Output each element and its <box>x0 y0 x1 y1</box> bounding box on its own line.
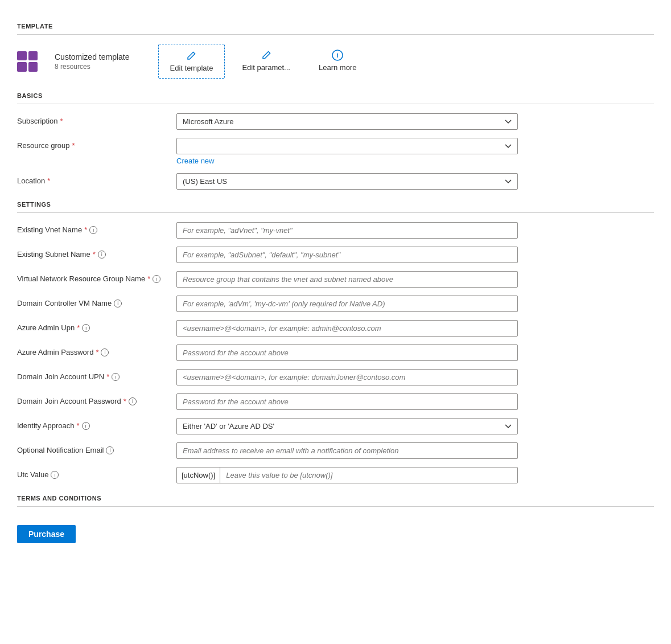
label-vnet_resource_group: Virtual Network Resource Group Name *i <box>17 271 165 283</box>
template-name: Customized template <box>55 52 130 61</box>
control-azure_admin_password <box>176 344 654 361</box>
label-azure_admin_password: Azure Admin Password *i <box>17 344 165 356</box>
resource-group-required: * <box>72 141 75 150</box>
input-existing_subnet_name[interactable] <box>176 247 518 263</box>
control-existing_vnet_name <box>176 222 654 239</box>
location-required: * <box>47 177 50 185</box>
settings-section: SETTINGS Existing Vnet Name *iExisting S… <box>17 201 654 483</box>
settings-row-azure_admin_password: Azure Admin Password *i <box>17 344 654 361</box>
input-azure_admin_password[interactable] <box>176 344 518 361</box>
info-icon-azure_admin_password[interactable]: i <box>101 348 109 356</box>
label-utc_value: Utc Valuei <box>17 467 165 479</box>
terms-section-title: TERMS AND CONDITIONS <box>17 495 654 502</box>
info-icon-utc_value[interactable]: i <box>51 471 59 479</box>
label-existing_vnet_name: Existing Vnet Name *i <box>17 222 165 234</box>
label-notification_email: Optional Notification Emaili <box>17 442 165 454</box>
info-icon-existing_subnet_name[interactable]: i <box>98 251 106 259</box>
settings-row-domain_join_upn: Domain Join Account UPN *i <box>17 369 654 385</box>
control-domain_join_upn <box>176 369 654 385</box>
edit-template-icon <box>186 50 197 61</box>
info-icon-existing_vnet_name[interactable]: i <box>89 226 97 234</box>
label-identity_approach: Identity Approach *i <box>17 418 165 430</box>
required-star-azure_admin_upn: * <box>77 323 80 332</box>
label-domain_join_password: Domain Join Account Password *i <box>17 393 165 405</box>
basics-section-title: BASICS <box>17 92 654 99</box>
subscription-label: Subscription * <box>17 113 165 125</box>
settings-row-notification_email: Optional Notification Emaili <box>17 442 654 459</box>
settings-row-identity_approach: Identity Approach *iEither 'AD' or 'Azur… <box>17 418 654 434</box>
label-dc_vm_name: Domain Controller VM Namei <box>17 296 165 307</box>
location-control: (US) East US <box>176 173 654 190</box>
subscription-row: Subscription * Microsoft Azure <box>17 113 654 130</box>
input-prefix-wrap-utc_value: [utcNow()] <box>176 467 518 483</box>
settings-row-vnet_resource_group: Virtual Network Resource Group Name *i <box>17 271 654 288</box>
prefix-utc_value: [utcNow()] <box>177 467 220 483</box>
info-icon-dc_vm_name[interactable]: i <box>114 300 122 307</box>
template-actions: Edit template Edit paramet... i Learn mo… <box>158 44 368 79</box>
control-dc_vm_name <box>176 296 654 312</box>
edit-template-button[interactable]: Edit template <box>158 44 225 79</box>
select-identity_approach[interactable]: Either 'AD' or 'Azure AD DS' <box>176 418 518 434</box>
info-icon-identity_approach[interactable]: i <box>82 422 90 430</box>
required-star-azure_admin_password: * <box>96 348 98 356</box>
control-identity_approach: Either 'AD' or 'Azure AD DS' <box>176 418 654 434</box>
template-icon-cell-2 <box>28 51 38 61</box>
settings-row-utc_value: Utc Valuei [utcNow()] <box>17 467 654 483</box>
label-azure_admin_upn: Azure Admin Upn *i <box>17 320 165 332</box>
location-row: Location * (US) East US <box>17 173 654 190</box>
input-utc_value[interactable] <box>220 467 517 483</box>
learn-more-button[interactable]: i Learn more <box>307 44 368 79</box>
resource-group-row: Resource group * Create new <box>17 138 654 165</box>
info-icon-domain_join_upn[interactable]: i <box>112 373 120 381</box>
label-existing_subnet_name: Existing Subnet Name *i <box>17 247 165 259</box>
template-section-title: TEMPLATE <box>17 23 654 30</box>
input-existing_vnet_name[interactable] <box>176 222 518 239</box>
input-vnet_resource_group[interactable] <box>176 271 518 288</box>
create-new-link[interactable]: Create new <box>176 157 654 165</box>
settings-row-existing_vnet_name: Existing Vnet Name *i <box>17 222 654 239</box>
required-star-identity_approach: * <box>76 421 79 430</box>
template-icon-cell-1 <box>17 51 27 61</box>
input-notification_email[interactable] <box>176 442 518 459</box>
control-azure_admin_upn <box>176 320 654 337</box>
label-domain_join_upn: Domain Join Account UPN *i <box>17 369 165 381</box>
subscription-select[interactable]: Microsoft Azure <box>176 113 518 130</box>
required-star-existing_subnet_name: * <box>93 250 96 259</box>
template-row: Customized template 8 resources Edit tem… <box>17 44 654 79</box>
location-select[interactable]: (US) East US <box>176 173 518 190</box>
settings-section-title: SETTINGS <box>17 201 654 208</box>
input-domain_join_upn[interactable] <box>176 369 518 385</box>
required-star-vnet_resource_group: * <box>147 274 150 283</box>
template-resources: 8 resources <box>55 63 130 71</box>
terms-section: TERMS AND CONDITIONS Purchase <box>17 495 654 543</box>
settings-row-azure_admin_upn: Azure Admin Upn *i <box>17 320 654 337</box>
control-notification_email <box>176 442 654 459</box>
resource-group-control: Create new <box>176 138 654 165</box>
required-star-existing_vnet_name: * <box>84 225 87 234</box>
basics-section: BASICS Subscription * Microsoft Azure Re… <box>17 92 654 190</box>
input-domain_join_password[interactable] <box>176 393 518 410</box>
location-label: Location * <box>17 173 165 185</box>
info-icon-domain_join_password[interactable]: i <box>129 397 137 405</box>
required-star-domain_join_upn: * <box>106 372 109 381</box>
settings-row-dc_vm_name: Domain Controller VM Namei <box>17 296 654 312</box>
template-section: TEMPLATE Customized template 8 resources… <box>17 23 654 79</box>
control-existing_subnet_name <box>176 247 654 263</box>
info-icon-azure_admin_upn[interactable]: i <box>82 324 90 332</box>
control-vnet_resource_group <box>176 271 654 288</box>
svg-text:i: i <box>337 52 339 59</box>
settings-row-domain_join_password: Domain Join Account Password *i <box>17 393 654 410</box>
resource-group-select[interactable] <box>176 138 518 154</box>
template-icon <box>17 51 38 72</box>
edit-parameters-icon <box>261 50 272 61</box>
settings-row-existing_subnet_name: Existing Subnet Name *i <box>17 247 654 263</box>
control-domain_join_password <box>176 393 654 410</box>
info-icon-vnet_resource_group[interactable]: i <box>153 275 160 283</box>
template-info: Customized template 8 resources <box>55 52 130 71</box>
edit-parameters-button[interactable]: Edit paramet... <box>230 44 302 79</box>
resource-group-label: Resource group * <box>17 138 165 150</box>
input-dc_vm_name[interactable] <box>176 296 518 312</box>
input-azure_admin_upn[interactable] <box>176 320 518 337</box>
purchase-button[interactable]: Purchase <box>17 525 76 543</box>
info-icon-notification_email[interactable]: i <box>106 446 114 454</box>
